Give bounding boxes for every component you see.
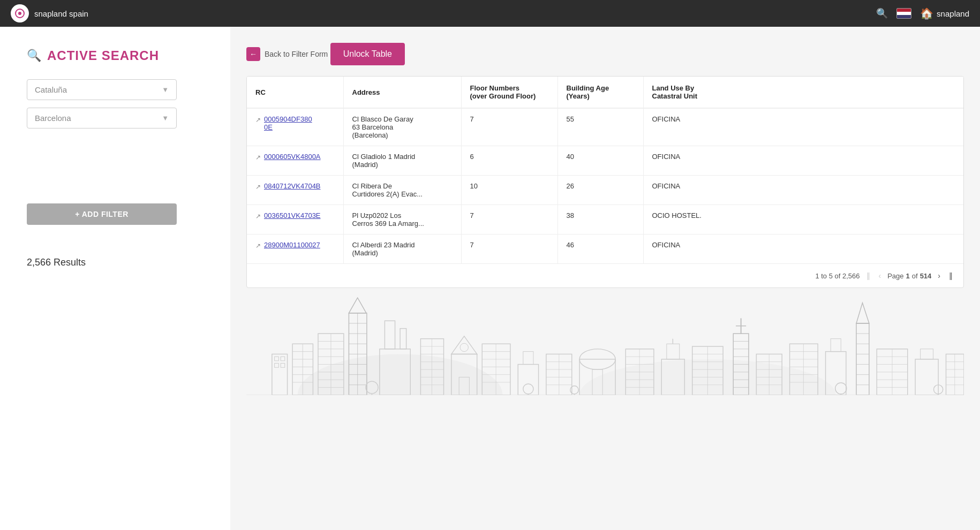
rc-link[interactable]: 0005904DF3800E [264,115,312,131]
svg-rect-110 [856,323,869,395]
language-flag[interactable] [896,8,911,19]
col-header-address: Address [343,77,461,108]
cityscape-illustration [246,288,964,395]
address-cell: Cl Alberdi 23 Madrid(Madrid) [343,234,461,264]
svg-rect-57 [518,365,538,395]
address-cell: Cl Blasco De Garay63 Barcelona(Barcelona… [343,108,461,146]
floor-numbers-cell: 7 [461,108,557,146]
svg-marker-111 [856,303,869,323]
page-info: Page 1 of 514 [887,272,931,280]
table-row: ↗0840712VK4704BCl Ribera DeCurtidores 2(… [247,176,963,205]
svg-rect-109 [831,339,841,352]
city-label: Barcelona [35,113,71,123]
home-icon: 🏠 [920,7,933,20]
land-use-cell: OFICINA [643,176,963,205]
col-header-rc: RC [247,77,343,108]
rc-cell: ↗0005904DF3800E [247,108,343,146]
chevron-down-icon: ▼ [162,86,169,94]
top-navigation: snapland spain 🔍 🏠 snapland [0,0,980,27]
svg-point-2 [298,354,503,395]
svg-marker-26 [349,298,366,313]
floor-numbers-cell: 6 [461,146,557,176]
search-icon: 🔍 [27,49,42,63]
rc-link[interactable]: 0000605VK4800A [264,153,321,161]
svg-rect-5 [275,357,279,361]
external-link-icon: ↗ [255,154,261,161]
floor-numbers-cell: 7 [461,234,557,264]
svg-rect-76 [667,344,680,359]
sidebar: 🔍 ACTIVE SEARCH Cataluña ▼ Barcelona ▼ +… [0,27,230,530]
col-header-landuse: Land Use ByCatastral Unit [643,77,963,108]
unlock-table-button[interactable]: Unlock Table [330,43,405,65]
svg-point-49 [460,343,468,351]
chevron-down-icon: ▼ [162,114,169,122]
sidebar-title: 🔍 ACTIVE SEARCH [27,48,214,63]
rc-link[interactable]: 0840712VK4704B [264,182,321,190]
city-dropdown[interactable]: Barcelona ▼ [27,108,177,128]
external-link-icon: ↗ [255,183,261,191]
svg-point-139 [835,383,847,394]
main-layout: 🔍 ACTIVE SEARCH Cataluña ▼ Barcelona ▼ +… [0,27,980,530]
pagination-range: 1 to 5 of 2,566 [815,272,860,280]
back-to-filter-button[interactable]: ← Back to Filter Form [246,47,328,61]
rc-cell: ↗0036501VK4703E [247,205,343,234]
land-use-cell: OCIO HOSTEL. [643,205,963,234]
results-table-container: RC Address Floor Numbers(over Ground Flo… [246,76,964,288]
floor-numbers-cell: 7 [461,205,557,234]
rc-cell: ↗0840712VK4704B [247,176,343,205]
of-label: of [912,272,918,280]
brand-logo: 🏠 snapland [920,7,969,20]
search-icon[interactable]: 🔍 [876,7,888,19]
external-link-icon: ↗ [255,116,261,124]
floor-numbers-cell: 10 [461,176,557,205]
svg-rect-58 [523,352,533,365]
address-cell: Cl Gladiolo 1 Madrid(Madrid) [343,146,461,176]
rc-link[interactable]: 28900M01100027 [264,241,320,249]
region-dropdown[interactable]: Cataluña ▼ [27,79,177,100]
brand-name: snapland [937,9,969,18]
building-age-cell: 38 [557,205,643,234]
table-row: ↗0000605VK4800ACl Gladiolo 1 Madrid(Madr… [247,146,963,176]
next-page-button[interactable]: › [936,270,943,281]
sidebar-title-text: ACTIVE SEARCH [47,48,159,63]
rc-cell: ↗0000605VK4800A [247,146,343,176]
first-page-button[interactable]: ‖ [864,270,872,281]
table-row: ↗28900M01100027Cl Alberdi 23 Madrid(Madr… [247,234,963,264]
svg-point-1 [18,12,21,15]
nav-left: snapland spain [11,4,88,22]
building-age-cell: 40 [557,146,643,176]
region-label: Cataluña [35,85,67,94]
nav-right: 🔍 🏠 snapland [876,7,969,20]
page-label: Page [887,272,903,280]
svg-rect-7 [275,364,279,368]
rc-link[interactable]: 0036501VK4703E [264,211,321,219]
land-use-cell: OFICINA [643,108,963,146]
svg-rect-37 [400,329,406,349]
app-logo [11,4,29,22]
rc-cell: ↗28900M01100027 [247,234,343,264]
add-filter-button[interactable]: + ADD FILTER [27,203,177,225]
svg-rect-127 [946,354,964,395]
table-header-row: RC Address Floor Numbers(over Ground Flo… [247,77,963,108]
app-name: snapland spain [34,9,88,18]
svg-rect-126 [921,349,933,359]
content-area: ← Back to Filter Form Unlock Table RC Ad… [230,27,980,530]
last-page-button[interactable]: ‖ [947,270,955,281]
address-cell: Cl Ribera DeCurtidores 2(A) Evac... [343,176,461,205]
back-label: Back to Filter Form [265,50,328,58]
total-pages: 514 [920,272,932,280]
external-link-icon: ↗ [255,213,261,220]
col-header-age: Building Age(Years) [557,77,643,108]
pagination-row: 1 to 5 of 2,566 ‖ ‹ Page 1 of 514 › ‖ [247,263,963,287]
address-cell: Pl Uzp0202 LosCerros 369 La Amarg... [343,205,461,234]
building-age-cell: 26 [557,176,643,205]
back-arrow-icon: ← [246,47,260,61]
svg-rect-8 [281,364,285,368]
table-row: ↗0036501VK4703EPl Uzp0202 LosCerros 369 … [247,205,963,234]
land-use-cell: OFICINA [643,234,963,264]
prev-page-button[interactable]: ‹ [877,270,884,281]
unlock-label: Unlock Table [343,49,392,58]
add-filter-label: + ADD FILTER [75,210,129,218]
building-age-cell: 55 [557,108,643,146]
results-table: RC Address Floor Numbers(over Ground Flo… [247,77,963,263]
